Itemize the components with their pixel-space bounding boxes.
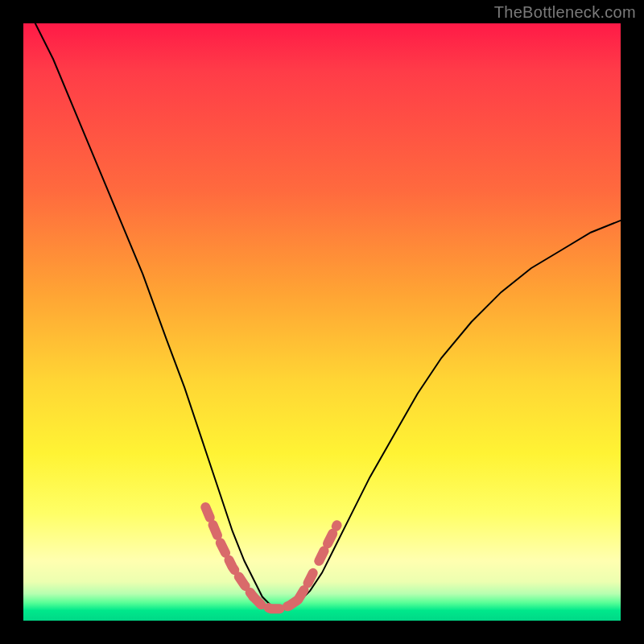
plot-area bbox=[23, 23, 621, 621]
highlight-segment bbox=[319, 525, 336, 561]
watermark-text: TheBottleneck.com bbox=[494, 3, 636, 22]
highlight-dots bbox=[205, 507, 336, 609]
highlight-segment bbox=[254, 597, 299, 609]
bottleneck-curve bbox=[35, 23, 621, 609]
chart-frame: TheBottleneck.com bbox=[0, 0, 644, 644]
bottleneck-curve-svg bbox=[23, 23, 621, 621]
